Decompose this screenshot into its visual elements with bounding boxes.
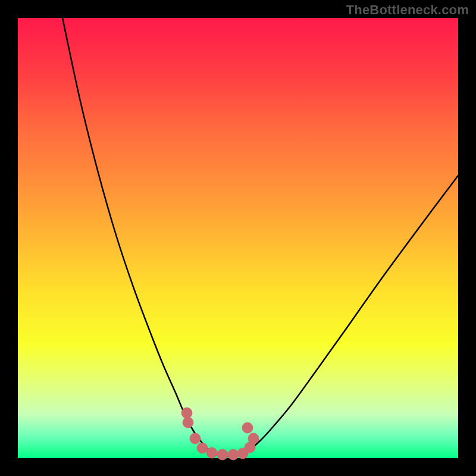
chart-canvas: TheBottleneck.com (0, 0, 476, 476)
watermark-text: TheBottleneck.com (346, 2, 469, 18)
plot-gradient (18, 18, 458, 458)
